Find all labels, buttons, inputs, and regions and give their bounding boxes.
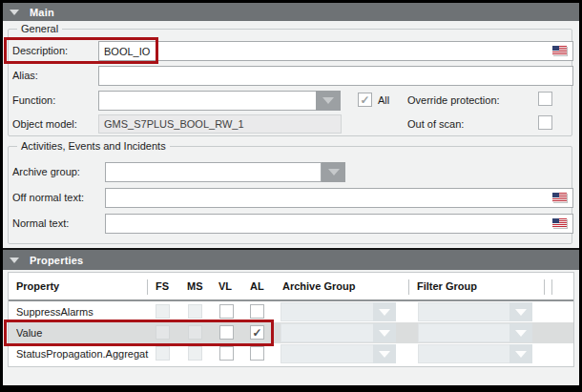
vl-checkbox[interactable] xyxy=(219,304,234,319)
column-separator xyxy=(147,279,148,295)
alias-input[interactable] xyxy=(98,66,573,86)
function-label: Function: xyxy=(12,94,55,106)
main-section-header[interactable]: Main xyxy=(3,3,579,21)
all-checkmark-icon: ✓ xyxy=(360,94,369,106)
archive-group-input[interactable] xyxy=(105,162,322,182)
column-separator xyxy=(408,279,409,295)
function-dropdown-button[interactable] xyxy=(316,91,341,111)
us-flag-icon xyxy=(552,46,567,55)
table-row-suppressalarms[interactable]: SuppressAlarms xyxy=(9,301,573,322)
filter-group-cell-dropdown[interactable] xyxy=(418,344,532,363)
main-section-title: Main xyxy=(30,7,54,18)
activities-legend: Activities, Events and Incidents xyxy=(17,140,170,153)
dropdown-arrow-icon xyxy=(379,309,390,316)
override-protection-label: Override protection: xyxy=(407,94,500,106)
ms-checkbox xyxy=(188,304,202,319)
general-legend: General xyxy=(17,23,62,35)
description-label: Description: xyxy=(12,45,68,56)
collapse-triangle-icon xyxy=(10,10,19,15)
table-row-value[interactable]: Value ✓ xyxy=(9,322,573,343)
dropdown-arrow-icon xyxy=(515,351,527,358)
properties-table: Property FS MS VL AL Archive Group Filte… xyxy=(8,272,574,367)
column-separator xyxy=(551,279,552,295)
dropdown-arrow-icon xyxy=(322,97,334,104)
collapse-triangle-icon xyxy=(10,258,19,263)
table-header-row: Property FS MS VL AL Archive Group Filte… xyxy=(9,273,573,301)
description-input[interactable] xyxy=(98,41,573,61)
object-model-field xyxy=(98,114,342,134)
all-label: All xyxy=(378,94,389,106)
alias-label: Alias: xyxy=(12,70,38,81)
ms-checkbox xyxy=(188,325,202,340)
archive-group-cell-dropdown[interactable] xyxy=(281,323,396,342)
archive-group-cell-dropdown[interactable] xyxy=(281,302,396,321)
dropdown-arrow-icon xyxy=(515,309,527,316)
vl-checkbox[interactable] xyxy=(219,346,234,361)
col-header-filter-group: Filter Group xyxy=(417,280,477,292)
checkmark-icon: ✓ xyxy=(252,327,261,339)
archive-group-cell-dropdown[interactable] xyxy=(281,344,396,363)
col-header-vl: VL xyxy=(218,280,232,292)
normal-text-input[interactable] xyxy=(105,214,573,234)
properties-section-header[interactable]: Properties xyxy=(3,250,579,270)
fs-checkbox xyxy=(156,325,170,340)
property-editor-window: Main General Description: Alias: Functio… xyxy=(0,0,582,392)
dropdown-arrow-icon xyxy=(328,169,340,175)
col-header-ms: MS xyxy=(187,280,203,292)
normal-text-label: Normal text: xyxy=(12,217,69,229)
al-checkbox[interactable]: ✓ xyxy=(250,325,264,340)
dropdown-arrow-icon xyxy=(379,351,390,358)
fs-checkbox xyxy=(156,346,170,361)
col-header-al: AL xyxy=(250,280,264,292)
col-header-property: Property xyxy=(16,280,59,292)
all-checkbox: ✓ xyxy=(358,93,372,107)
col-header-fs: FS xyxy=(156,280,169,292)
archive-group-dropdown-button[interactable] xyxy=(322,162,345,182)
function-input[interactable] xyxy=(98,91,317,111)
ms-checkbox xyxy=(188,346,202,361)
us-flag-icon xyxy=(552,218,567,228)
off-normal-text-label: Off normal text: xyxy=(12,192,84,203)
filter-group-cell-dropdown[interactable] xyxy=(418,302,532,321)
off-normal-text-input[interactable] xyxy=(105,188,573,208)
dropdown-arrow-icon xyxy=(515,330,527,337)
us-flag-icon xyxy=(552,193,567,202)
out-of-scan-label: Out of scan: xyxy=(407,118,464,130)
object-model-label: Object model: xyxy=(12,118,77,130)
col-header-archive-group: Archive Group xyxy=(282,280,355,292)
dropdown-arrow-icon xyxy=(379,330,390,337)
out-of-scan-checkbox[interactable] xyxy=(538,115,552,130)
table-row-statuspropagation[interactable]: StatusPropagation.Aggregat xyxy=(9,343,573,364)
window-content: Main General Description: Alias: Functio… xyxy=(3,3,579,385)
al-checkbox[interactable] xyxy=(250,346,264,361)
override-protection-checkbox[interactable] xyxy=(538,92,552,106)
fs-checkbox xyxy=(156,304,170,319)
properties-section-title: Properties xyxy=(30,255,83,266)
vl-checkbox[interactable] xyxy=(219,325,234,340)
al-checkbox[interactable] xyxy=(250,304,264,319)
column-separator xyxy=(544,279,545,295)
filter-group-cell-dropdown[interactable] xyxy=(418,323,532,342)
archive-group-label: Archive group: xyxy=(12,166,80,177)
